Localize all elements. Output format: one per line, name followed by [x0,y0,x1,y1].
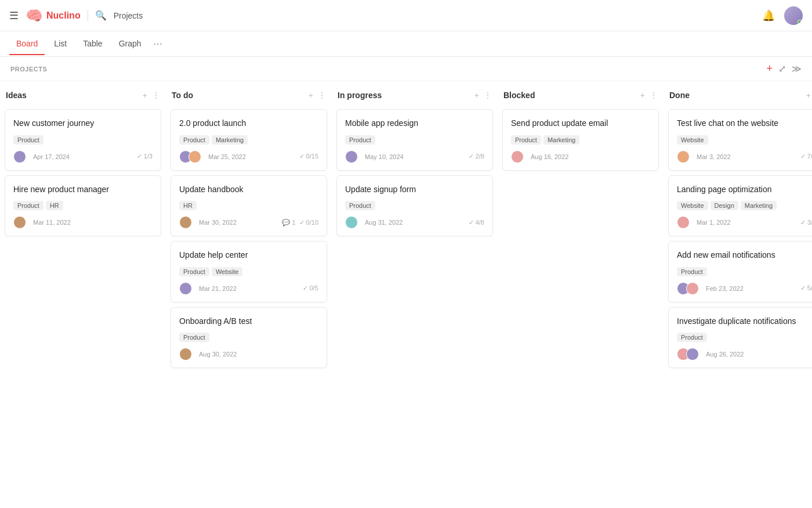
card-footer-onboarding-ab-test: Aug 30, 2022 [179,348,318,361]
tag-product[interactable]: Product [345,201,375,210]
card-update-help-center[interactable]: Update help centerProductWebsiteMar 21, … [171,241,327,302]
tag-hr[interactable]: HR [179,201,197,210]
tag-website[interactable]: Website [677,135,708,145]
card-avatars-update-help-center [179,282,192,295]
tag-product[interactable]: Product [179,333,209,342]
column-add-blocked[interactable]: + [640,91,645,100]
tag-marketing[interactable]: Marketing [741,201,777,210]
card-mobile-app-redesign[interactable]: Mobile app redesignProductMay 10, 2024✓ … [336,109,493,171]
column-title-done: Done [669,91,806,100]
tab-list[interactable]: List [47,33,74,55]
card-title-update-help-center: Update help center [179,250,318,261]
card-checks-update-signup-form: ✓ 4/8 [469,219,484,226]
tab-graph[interactable]: Graph [112,33,148,55]
column-more-in-progress[interactable]: ⋮ [484,91,492,100]
card-send-product-update-email[interactable]: Send product update emailProductMarketin… [502,109,659,171]
tag-product[interactable]: Product [677,333,707,342]
card-add-email-notifications[interactable]: Add new email notificationsProductFeb 23… [668,241,812,302]
online-indicator [798,20,802,24]
topnav: ☰ 🧠 Nuclino 🔍 Projects 🔔 [0,0,812,31]
card-footer-test-live-chat: Mar 3, 2022✓ 7/7 [677,150,812,163]
card-title-test-live-chat: Test live chat on the website [677,118,812,129]
card-comment-update-handbook: 💬 1 [282,219,295,226]
user-avatar[interactable] [784,6,803,25]
card-investigate-duplicate[interactable]: Investigate duplicate notificationsProdu… [668,307,812,369]
card-tags-add-email-notifications: Product [677,267,812,276]
card-onboarding-ab-test[interactable]: Onboarding A/B testProductAug 30, 2022 [171,307,327,369]
tabs-more-icon[interactable]: ⋯ [153,38,162,49]
card-footer-investigate-duplicate: Aug 26, 2022 [677,348,812,361]
tag-hr[interactable]: HR [46,201,63,210]
card-date-update-signup-form: Aug 31, 2022 [365,219,403,226]
card-footer-send-product-update-email: Aug 16, 2022 [511,150,650,163]
tag-product[interactable]: Product [179,135,209,145]
card-avatars-update-handbook [179,216,192,229]
add-project-icon[interactable]: + [766,63,773,75]
card-avatar-1 [188,150,201,163]
tag-product[interactable]: Product [345,135,375,145]
tag-website[interactable]: Website [212,267,243,276]
card-meta-add-email-notifications: ✓ 5/5 [800,284,812,292]
column-header-done: Done+⋮ [668,88,812,105]
column-add-ideas[interactable]: + [143,91,147,100]
column-more-ideas[interactable]: ⋮ [152,91,160,100]
logo[interactable]: 🧠 Nuclino [26,8,81,24]
card-checks-new-customer-journey: ✓ 1/3 [137,153,153,160]
tag-marketing[interactable]: Marketing [543,135,579,145]
card-update-handbook[interactable]: Update handbookHRMar 30, 2022💬 1✓ 0/10 [171,175,327,237]
card-footer-add-email-notifications: Feb 23, 2022✓ 5/5 [677,282,812,295]
tag-website[interactable]: Website [677,201,708,210]
card-meta-update-signup-form: ✓ 4/8 [469,219,484,226]
card-product-launch[interactable]: 2.0 product launchProductMarketingMar 25… [171,109,327,171]
card-avatars-send-product-update-email [511,150,524,163]
card-date-send-product-update-email: Aug 16, 2022 [531,153,568,160]
tab-board[interactable]: Board [9,33,45,55]
tag-product[interactable]: Product [677,267,707,276]
card-landing-page-optimization[interactable]: Landing page optimizationWebsiteDesignMa… [668,175,812,237]
card-tags-new-customer-journey: Product [13,135,153,145]
card-avatars-onboarding-ab-test [179,348,192,361]
card-footer-update-signup-form: Aug 31, 2022✓ 4/8 [345,216,484,229]
card-avatar-0 [345,216,358,229]
card-tags-product-launch: ProductMarketing [179,135,318,145]
card-footer-update-handbook: Mar 30, 2022💬 1✓ 0/10 [179,216,318,229]
menu-icon[interactable]: ☰ [9,9,19,22]
collapse-icon[interactable]: ≫ [792,63,802,74]
tag-product[interactable]: Product [13,201,44,210]
tag-marketing[interactable]: Marketing [212,135,248,145]
card-new-customer-journey[interactable]: New customer journeyProductApr 17, 2024✓… [5,109,161,171]
column-header-ideas: Ideas+⋮ [5,88,161,105]
logo-text: Nuclino [46,10,81,21]
column-header-todo: To do+⋮ [171,88,327,105]
tag-product[interactable]: Product [511,135,541,145]
column-more-todo[interactable]: ⋮ [318,91,326,100]
card-tags-test-live-chat: Website [677,135,812,145]
card-avatar-0 [511,150,524,163]
card-update-signup-form[interactable]: Update signup formProductAug 31, 2022✓ 4… [336,175,493,237]
card-avatars-mobile-app-redesign [345,150,358,163]
topnav-right: 🔔 [762,6,803,25]
tag-product[interactable]: Product [179,267,209,276]
expand-icon[interactable]: ⤢ [778,63,786,74]
column-add-done[interactable]: + [806,91,811,100]
card-checks-test-live-chat: ✓ 7/7 [800,153,812,160]
card-date-add-email-notifications: Feb 23, 2022 [706,285,744,292]
card-meta-product-launch: ✓ 0/15 [299,153,318,160]
column-add-todo[interactable]: + [309,91,313,100]
column-add-in-progress[interactable]: + [474,91,479,100]
card-hire-product-manager[interactable]: Hire new product managerProductHRMar 11,… [5,175,161,237]
tab-table[interactable]: Table [76,33,109,55]
card-title-investigate-duplicate: Investigate duplicate notifications [677,316,812,327]
card-test-live-chat[interactable]: Test live chat on the websiteWebsiteMar … [668,109,812,171]
card-date-update-handbook: Mar 30, 2022 [199,219,237,226]
notification-bell-icon[interactable]: 🔔 [762,9,775,22]
card-footer-product-launch: Mar 25, 2022✓ 0/15 [179,150,318,163]
topnav-projects[interactable]: Projects [114,11,143,20]
tag-design[interactable]: Design [710,201,738,210]
column-more-blocked[interactable]: ⋮ [650,91,658,100]
tabs-bar: Board List Table Graph ⋯ [0,31,812,57]
search-icon[interactable]: 🔍 [95,10,107,21]
card-date-product-launch: Mar 25, 2022 [208,153,246,160]
tag-product[interactable]: Product [13,135,44,145]
card-title-landing-page-optimization: Landing page optimization [677,184,812,196]
